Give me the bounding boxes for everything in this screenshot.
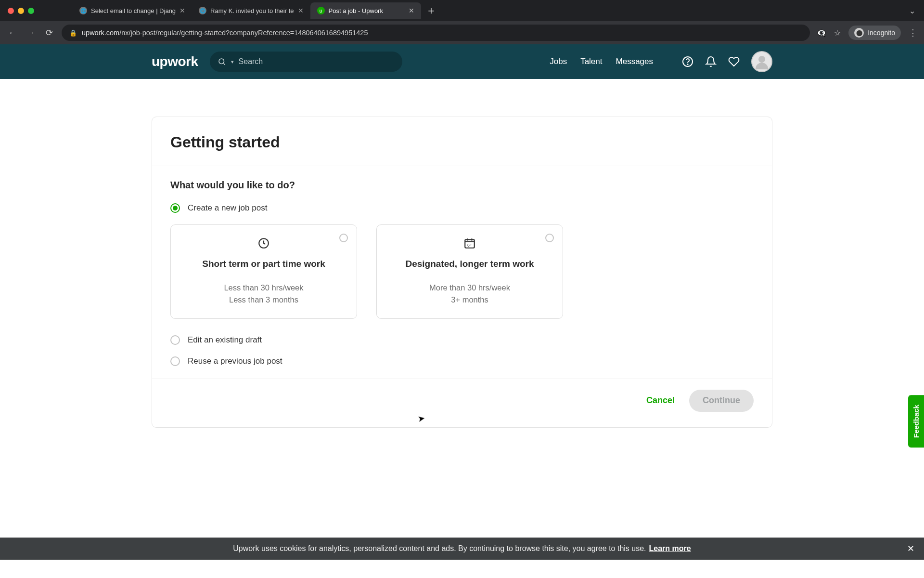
- card-footer: Cancel Continue: [152, 379, 772, 427]
- cookie-banner: Upwork uses cookies for analytics, perso…: [0, 538, 924, 560]
- tab-strip: 🌐 Select email to change | Djang ✕ 🌐 Ram…: [0, 0, 924, 21]
- card-detail: Less than 3 months: [181, 294, 346, 306]
- calendar-icon: 6+: [387, 236, 552, 250]
- nav-forward-button[interactable]: →: [25, 28, 37, 38]
- nav-talent[interactable]: Talent: [580, 57, 602, 66]
- primary-nav: Jobs Talent Messages: [550, 51, 772, 72]
- card-title: Short term or part time work: [181, 259, 346, 269]
- card-detail: Less than 30 hrs/week: [181, 282, 346, 294]
- notifications-bell-icon[interactable]: [705, 56, 717, 67]
- clock-icon: [181, 236, 346, 250]
- card-detail: 3+ months: [387, 294, 552, 306]
- globe-icon: 🌐: [79, 7, 87, 14]
- getting-started-card: Getting started What would you like to d…: [152, 117, 772, 428]
- incognito-icon: ⬤: [854, 28, 864, 38]
- toolbar-right: 👁‍🗨 ☆ ⬤ Incognito ⋮: [817, 26, 917, 40]
- favorites-heart-icon[interactable]: [728, 56, 740, 67]
- nav-messages[interactable]: Messages: [616, 57, 653, 66]
- tab-title: Select email to change | Djang: [91, 7, 176, 14]
- tab-close-icon[interactable]: ✕: [409, 7, 414, 14]
- cookie-text: Upwork uses cookies for analytics, perso…: [233, 544, 646, 553]
- lock-icon: 🔒: [69, 29, 77, 37]
- option-label: Reuse a previous job post: [188, 356, 282, 366]
- window-close-button[interactable]: [8, 8, 14, 14]
- search-scope-caret-icon[interactable]: ▾: [231, 59, 234, 65]
- search-placeholder: Search: [239, 57, 263, 66]
- nav-jobs[interactable]: Jobs: [550, 57, 567, 66]
- card-detail: More than 30 hrs/week: [387, 282, 552, 294]
- nav-reload-button[interactable]: ⟳: [43, 27, 55, 38]
- address-bar-row: ← → ⟳ 🔒 upwork.com/nx/job-post/regular/g…: [0, 21, 924, 44]
- option-label: Create a new job post: [188, 203, 267, 213]
- tab-title: Post a job - Upwork: [329, 7, 405, 14]
- tab-overflow-icon[interactable]: ⌄: [909, 6, 915, 15]
- window-minimize-button[interactable]: [18, 8, 24, 14]
- card-short-term[interactable]: Short term or part time work Less than 3…: [170, 224, 357, 319]
- search-icon: [218, 57, 226, 66]
- continue-button[interactable]: Continue: [689, 390, 754, 412]
- upwork-logo[interactable]: upwork: [152, 54, 198, 69]
- svg-line-1: [223, 63, 225, 65]
- url-text: upwork.com/nx/job-post/regular/getting-s…: [82, 29, 368, 37]
- tab-title: Ramy K. invited you to their te: [210, 7, 294, 14]
- eye-off-icon[interactable]: 👁‍🗨: [817, 28, 826, 38]
- prompt-text: What would you like to do?: [170, 180, 754, 191]
- svg-point-3: [687, 64, 688, 65]
- site-header: upwork ▾ Search Jobs Talent Messages: [0, 44, 924, 79]
- radio-selected-icon: [170, 203, 180, 213]
- browser-tab-active[interactable]: u Post a job - Upwork ✕: [310, 2, 421, 19]
- card-long-term[interactable]: 6+ Designated, longer term work More tha…: [376, 224, 563, 319]
- option-reuse-post[interactable]: Reuse a previous job post: [170, 356, 754, 366]
- browser-tab[interactable]: 🌐 Ramy K. invited you to their te ✕: [192, 2, 310, 19]
- cookie-learn-more-link[interactable]: Learn more: [649, 544, 691, 553]
- cancel-button[interactable]: Cancel: [646, 395, 675, 406]
- radio-unselected-icon: [339, 234, 348, 242]
- tab-close-icon[interactable]: ✕: [180, 7, 185, 14]
- option-label: Edit an existing draft: [188, 335, 262, 345]
- radio-unselected-icon: [545, 234, 554, 242]
- svg-text:6+: 6+: [467, 243, 472, 248]
- browser-menu-icon[interactable]: ⋮: [909, 27, 917, 38]
- search-box[interactable]: ▾ Search: [210, 52, 402, 72]
- card-header: Getting started: [152, 117, 772, 166]
- feedback-tab[interactable]: Feedback: [908, 395, 924, 447]
- radio-unselected-icon: [170, 335, 180, 345]
- incognito-badge[interactable]: ⬤ Incognito: [848, 26, 901, 40]
- browser-tab[interactable]: 🌐 Select email to change | Djang ✕: [73, 2, 192, 19]
- globe-icon: 🌐: [199, 7, 206, 14]
- user-avatar[interactable]: [751, 51, 772, 72]
- nav-back-button[interactable]: ←: [7, 28, 18, 38]
- bookmark-star-icon[interactable]: ☆: [834, 28, 841, 38]
- cookie-close-icon[interactable]: ✕: [907, 543, 914, 554]
- option-edit-draft[interactable]: Edit an existing draft: [170, 335, 754, 345]
- address-bar[interactable]: 🔒 upwork.com/nx/job-post/regular/getting…: [62, 25, 810, 41]
- radio-unselected-icon: [170, 356, 180, 366]
- option-create-new-job[interactable]: Create a new job post: [170, 203, 754, 213]
- new-tab-button[interactable]: ＋: [426, 3, 436, 18]
- tab-close-icon[interactable]: ✕: [298, 7, 304, 14]
- upwork-favicon-icon: u: [317, 7, 325, 14]
- page-title: Getting started: [170, 133, 754, 151]
- window-controls: [8, 8, 34, 14]
- browser-chrome: 🌐 Select email to change | Djang ✕ 🌐 Ram…: [0, 0, 924, 44]
- svg-point-0: [219, 59, 224, 64]
- page-body: Getting started What would you like to d…: [0, 79, 924, 428]
- help-icon[interactable]: [682, 56, 693, 67]
- term-cards: Short term or part time work Less than 3…: [170, 224, 754, 319]
- card-title: Designated, longer term work: [387, 259, 552, 269]
- window-maximize-button[interactable]: [28, 8, 34, 14]
